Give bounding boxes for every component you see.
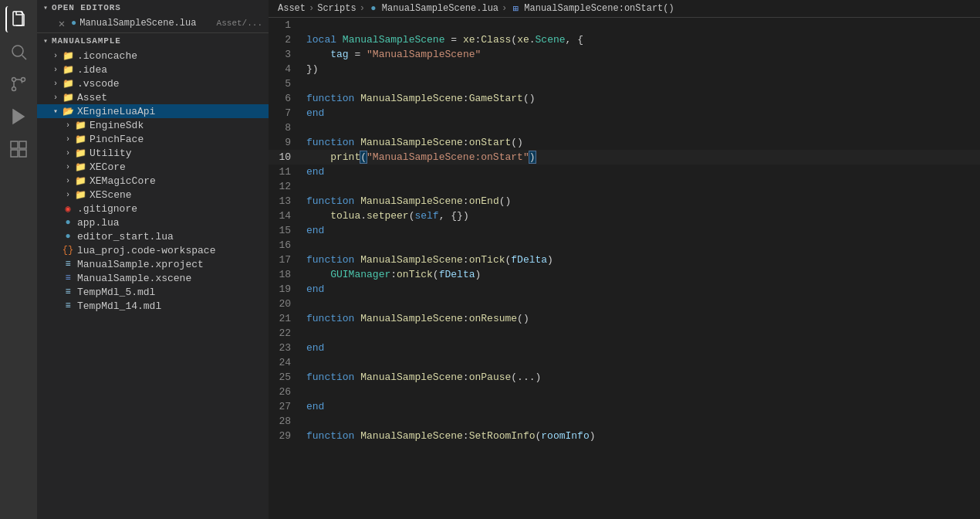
line-num-4: 4	[269, 62, 303, 76]
tree-item-manualsamplexscene[interactable]: ≡ ManualSample.xscene	[37, 271, 269, 285]
tree-item-xengineluaapi[interactable]: ▾ 📂 XEngineLuaApi	[37, 104, 269, 118]
tree-label-applua: app.lua	[77, 217, 120, 229]
open-editors-label: OPEN EDITORS	[52, 3, 121, 12]
tree-item-asset[interactable]: › 📁 Asset	[37, 90, 269, 104]
tree-label-xescene: XEScene	[90, 189, 132, 201]
run-debug-icon[interactable]	[5, 103, 32, 130]
breadcrumb-scripts[interactable]: Scripts	[317, 3, 356, 14]
code-editor[interactable]: 1 2 local ManualSampleScene = xe:Class(x…	[269, 18, 980, 519]
tree-item-xemagiccore[interactable]: › 📁 XEMagicCore	[37, 174, 269, 188]
folder-chevron-xecore: ›	[62, 161, 74, 173]
workspace-spacer	[49, 244, 62, 256]
close-editor-tab-button[interactable]: ✕	[56, 17, 68, 29]
line-num-10: 10	[269, 150, 303, 165]
tree-item-utility[interactable]: › 📁 Utility	[37, 146, 269, 160]
line-num-23: 23	[269, 341, 303, 355]
source-control-icon[interactable]	[5, 71, 32, 97]
tree-item-tempmdl5[interactable]: ≡ TempMdl_5.mdl	[37, 285, 269, 299]
tree-item-enginesdk[interactable]: › 📁 EngineSdk	[37, 118, 269, 132]
tree-item-applua[interactable]: ● app.lua	[37, 215, 269, 229]
code-line-14: 14 tolua.setpeer(self, {})	[269, 209, 980, 223]
line-content-17: function ManualSampleScene:onTick(fDelta…	[303, 253, 980, 267]
tree-item-iconcache[interactable]: › 📁 .iconcache	[37, 49, 269, 63]
folder-chevron-utility: ›	[62, 147, 74, 159]
line-content-28	[303, 414, 980, 429]
svg-rect-10	[19, 150, 26, 157]
svg-point-5	[12, 87, 16, 91]
breadcrumb-filename[interactable]: ManualSampleScene.lua	[382, 3, 498, 14]
folder-chevron-xengineluaapi: ▾	[49, 105, 62, 117]
code-line-24: 24	[269, 355, 980, 370]
folder-chevron-pinchface: ›	[62, 133, 74, 145]
folder-icon-iconcache: 📁	[62, 49, 74, 62]
line-num-3: 3	[269, 47, 303, 62]
line-content-23: end	[303, 341, 980, 355]
line-num-16: 16	[269, 238, 303, 253]
line-content-19: end	[303, 282, 980, 297]
tree-item-xecore[interactable]: › 📁 XECore	[37, 160, 269, 174]
line-content-5	[303, 76, 980, 91]
breadcrumb-method-icon: ⊞	[510, 3, 521, 14]
line-num-20: 20	[269, 297, 303, 311]
tree-item-xescene[interactable]: › 📁 XEScene	[37, 188, 269, 202]
search-icon[interactable]	[5, 39, 32, 65]
tree-item-pinchface[interactable]: › 📁 PinchFace	[37, 132, 269, 146]
tree-label-xecore: XECore	[90, 161, 126, 173]
breadcrumb-sep-1: ›	[309, 3, 314, 14]
code-line-7: 7 end	[269, 106, 980, 120]
code-line-5: 5	[269, 76, 980, 91]
open-editors-chevron: ▾	[43, 3, 49, 12]
folder-chevron-xescene: ›	[62, 188, 74, 201]
folder-icon-enginesdk: 📁	[74, 119, 86, 131]
code-line-28: 28	[269, 414, 980, 429]
line-content-27: end	[303, 399, 980, 414]
line-content-8	[303, 120, 980, 135]
tree-item-editorstartlua[interactable]: ● editor_start.lua	[37, 229, 269, 243]
tree-label-iconcache: .iconcache	[77, 50, 137, 62]
tree-item-manualsamplexproject[interactable]: ≡ ManualSample.xproject	[37, 257, 269, 271]
tree-item-idea[interactable]: › 📁 .idea	[37, 63, 269, 76]
folder-chevron-asset: ›	[49, 91, 62, 103]
code-line-21: 21 function ManualSampleScene:onResume()	[269, 311, 980, 326]
tree-item-gitignore[interactable]: ◉ .gitignore	[37, 202, 269, 215]
breadcrumb-sep-3: ›	[502, 3, 507, 14]
breadcrumb-method[interactable]: ManualSampleScene:onStart()	[524, 3, 674, 14]
editor-tab-path: Asset/...	[217, 19, 262, 28]
code-line-13: 13 function ManualSampleScene:onEnd()	[269, 194, 980, 209]
explorer-root-header[interactable]: ▾ MANUALSAMPLE	[37, 33, 269, 49]
code-line-16: 16	[269, 238, 980, 253]
folder-chevron-iconcache: ›	[49, 49, 62, 62]
folder-chevron-vscode: ›	[49, 77, 62, 90]
tree-label-tempmdl5: TempMdl_5.mdl	[77, 287, 155, 298]
tree-item-luaprojworkspace[interactable]: {} lua_proj.code-workspace	[37, 243, 269, 257]
line-content-13: function ManualSampleScene:onEnd()	[303, 194, 980, 209]
line-num-13: 13	[269, 194, 303, 209]
line-content-22	[303, 326, 980, 341]
tree-item-vscode[interactable]: › 📁 .vscode	[37, 76, 269, 90]
code-line-26: 26	[269, 385, 980, 399]
svg-point-1	[12, 46, 23, 56]
line-content-18: GUIManager:onTick(fDelta)	[303, 267, 980, 282]
line-content-7: end	[303, 106, 980, 120]
lua-icon-editorstart: ●	[62, 230, 74, 243]
files-icon[interactable]	[5, 6, 32, 32]
tree-item-tempmdl14[interactable]: ≡ TempMdl_14.mdl	[37, 299, 269, 313]
svg-point-3	[12, 78, 16, 82]
line-num-9: 9	[269, 135, 303, 150]
line-num-15: 15	[269, 223, 303, 238]
extensions-icon[interactable]	[5, 136, 32, 162]
breadcrumb-asset[interactable]: Asset	[278, 3, 306, 14]
folder-icon-utility: 📁	[74, 147, 86, 159]
line-num-22: 22	[269, 326, 303, 341]
line-content-11: end	[303, 165, 980, 179]
open-editors-header[interactable]: ▾ OPEN EDITORS	[37, 0, 269, 15]
line-num-18: 18	[269, 267, 303, 282]
mdl14-icon: ≡	[62, 300, 74, 312]
tree-label-asset: Asset	[77, 92, 107, 103]
editor-tab-manualsamplescene[interactable]: ✕ ● ManualSampleScene.lua Asset/...	[37, 15, 269, 31]
folder-icon-xemagiccore: 📁	[74, 175, 86, 187]
tree-label-gitignore: .gitignore	[77, 203, 137, 215]
tree-label-idea: .idea	[77, 64, 107, 76]
line-content-25: function ManualSampleScene:onPause(...)	[303, 370, 980, 385]
line-num-11: 11	[269, 165, 303, 179]
